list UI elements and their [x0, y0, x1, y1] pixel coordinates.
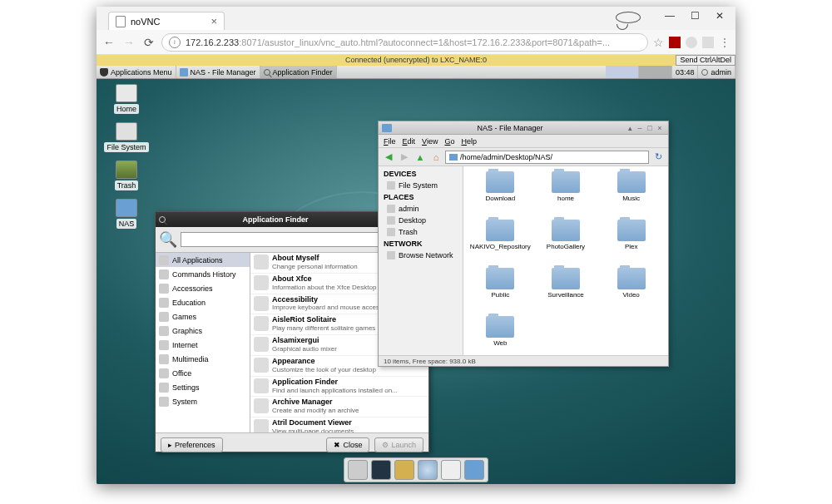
home-button[interactable]: ⌂ — [429, 151, 443, 164]
taskbar-item-appfinder[interactable]: Application Finder — [260, 66, 337, 78]
refresh-button[interactable]: ↻ — [651, 151, 665, 164]
window-titlebar[interactable]: NAS - File Manager ▴ – □ × — [379, 121, 668, 135]
category-icon — [159, 354, 169, 364]
minimize-button[interactable]: — — [657, 7, 682, 25]
browser-tab[interactable]: noVNC × — [108, 12, 225, 30]
search-input[interactable] — [181, 232, 410, 247]
forward-button[interactable]: → — [121, 36, 136, 49]
pager-workspace-1[interactable] — [606, 66, 639, 78]
tab-close-icon[interactable]: × — [210, 15, 217, 27]
bookmark-icon[interactable]: ☆ — [653, 36, 664, 49]
back-button[interactable]: ◀ — [382, 151, 395, 164]
applications-menu-button[interactable]: Applications Menu — [97, 66, 176, 78]
sidebar-item[interactable]: Trash — [379, 226, 463, 238]
folder-item[interactable]: PhotoGallery — [534, 220, 598, 266]
app-item[interactable]: Archive ManagerCreate and modify an arch… — [250, 397, 428, 418]
category-item[interactable]: Graphics — [156, 324, 250, 338]
menu-item[interactable]: File — [384, 137, 396, 146]
dock-folder[interactable] — [464, 460, 484, 480]
category-label: Education — [172, 299, 206, 307]
user-menu[interactable]: admin — [698, 66, 735, 78]
taskbar-item-filemanager[interactable]: NAS - File Manager — [176, 66, 260, 78]
dock-show-desktop[interactable] — [348, 460, 368, 480]
user-icon — [701, 69, 708, 76]
category-item[interactable]: System — [156, 394, 250, 408]
minimize-button[interactable]: – — [635, 124, 645, 132]
app-icon — [254, 316, 269, 331]
category-icon — [159, 312, 169, 322]
back-button[interactable]: ← — [102, 36, 116, 49]
folder-item[interactable]: Surveillance — [534, 268, 598, 314]
desktop-icon-filesystem[interactable]: File System — [102, 122, 151, 152]
desktop[interactable]: Home File System Trash NAS Application F… — [97, 79, 735, 484]
dock-app-finder[interactable] — [441, 460, 461, 480]
browser-titlebar: noVNC × — ☐ ✕ — [97, 7, 735, 30]
app-desc: View multi-page documents — [272, 427, 354, 432]
dock-web-browser[interactable] — [418, 460, 438, 480]
reload-button[interactable]: ⟳ — [141, 36, 156, 49]
category-item[interactable]: Settings — [156, 380, 250, 394]
folder-item[interactable]: NAKIVO_Repository — [468, 220, 532, 266]
category-item[interactable]: Games — [156, 309, 250, 324]
category-item[interactable]: Accessories — [156, 281, 250, 295]
sidebar-header: DEVICES — [379, 168, 463, 180]
folder-item[interactable]: Download — [468, 171, 532, 218]
close-button[interactable]: ✕ — [707, 7, 732, 25]
menu-item[interactable]: Go — [444, 137, 454, 146]
location-bar[interactable]: /home/admin/Desktop/NAS/ — [445, 151, 649, 164]
close-button[interactable]: × — [655, 124, 665, 132]
send-ctrlaltdel-button[interactable]: Send CtrlAltDel — [676, 55, 735, 66]
collapse-button[interactable]: ▴ — [625, 124, 635, 132]
maximize-button[interactable]: ☐ — [682, 7, 707, 25]
profile-icon[interactable] — [616, 12, 641, 23]
dock-file-manager[interactable] — [394, 460, 414, 480]
folder-item[interactable]: Plex — [599, 220, 663, 266]
category-item[interactable]: Multimedia — [156, 352, 250, 366]
extension-icon[interactable] — [686, 37, 697, 48]
menu-item[interactable]: Help — [461, 137, 477, 146]
dock-terminal[interactable] — [371, 460, 391, 480]
folder-item[interactable]: Music — [599, 171, 663, 218]
up-button[interactable]: ▲ — [414, 151, 427, 164]
desktop-icon-trash[interactable]: Trash — [102, 161, 151, 190]
category-label: System — [172, 398, 197, 406]
folder-item[interactable]: Video — [599, 268, 663, 314]
category-item[interactable]: Commands History — [156, 267, 250, 281]
app-icon — [254, 398, 269, 413]
site-info-icon[interactable]: i — [169, 37, 181, 48]
clock: 03:48 — [672, 66, 699, 78]
folder-icon — [617, 171, 646, 193]
file-grid[interactable]: DownloadhomeMusicNAKIVO_RepositoryPhotoG… — [463, 166, 668, 355]
menu-button[interactable]: ⋮ — [719, 39, 730, 46]
category-item[interactable]: All Applications — [156, 253, 250, 267]
folder-item[interactable]: Web — [468, 316, 532, 363]
category-item[interactable]: Education — [156, 295, 250, 309]
launch-button[interactable]: ⚙ Launch — [374, 437, 423, 452]
close-button[interactable]: ✖ Close — [326, 437, 369, 452]
folder-item[interactable]: home — [534, 171, 598, 218]
sidebar-item[interactable]: Browse Network — [379, 250, 463, 261]
menu-item[interactable]: View — [422, 137, 438, 146]
preferences-button[interactable]: ▸ Preferences — [161, 437, 223, 452]
sidebar-item[interactable]: admin — [379, 203, 463, 215]
desktop-icon-home[interactable]: Home — [102, 84, 151, 114]
address-bar[interactable]: i 172.16.2.233:8071/asustor_linux/vnc_au… — [161, 33, 648, 52]
adobe-icon[interactable] — [669, 37, 681, 48]
maximize-button[interactable]: □ — [645, 124, 655, 132]
app-icon — [254, 358, 269, 373]
forward-button[interactable]: ▶ — [398, 151, 411, 164]
category-item[interactable]: Internet — [156, 338, 250, 352]
desktop-icon-nas[interactable]: NAS — [102, 199, 151, 229]
folder-icon — [180, 68, 188, 77]
sidebar-item[interactable]: Desktop — [379, 215, 463, 226]
app-item[interactable]: Atril Document ViewerView multi-page doc… — [250, 418, 428, 432]
app-item[interactable]: Application FinderFind and launch applic… — [250, 377, 428, 398]
pager-workspace-2[interactable] — [639, 66, 672, 78]
sidebar-item[interactable]: File System — [379, 180, 463, 191]
category-item[interactable]: Office — [156, 366, 250, 380]
menu-item[interactable]: Edit — [403, 137, 416, 146]
category-list: All ApplicationsCommands HistoryAccessor… — [156, 253, 250, 432]
folder-item[interactable]: Public — [468, 268, 532, 314]
folder-label: PhotoGallery — [534, 243, 598, 250]
extension-icon-2[interactable] — [702, 37, 714, 48]
